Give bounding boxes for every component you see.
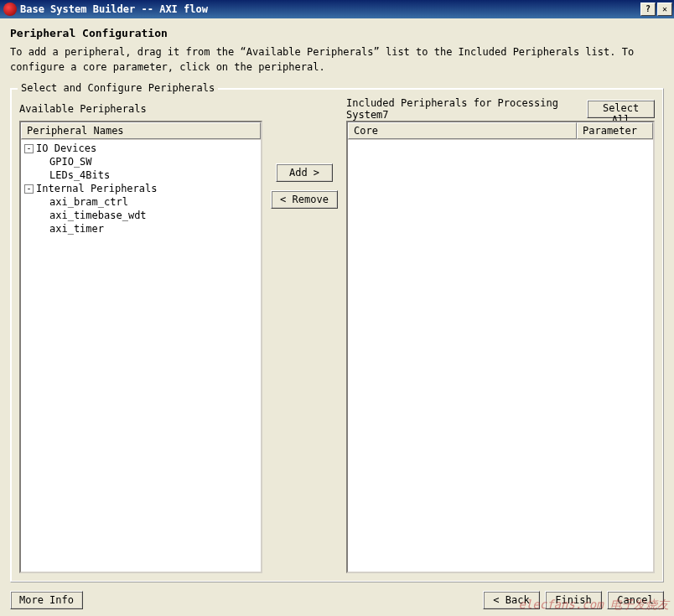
tree-item-gpio-sw[interactable]: GPIO_SW — [24, 155, 257, 168]
tree-label: GPIO_SW — [49, 156, 92, 168]
titlebar-buttons: ? ✕ — [640, 3, 672, 16]
tree-label: axi_timebase_wdt — [49, 210, 147, 221]
add-button[interactable]: Add > — [276, 163, 333, 182]
available-column: Available Peripherals Peripheral Names -… — [19, 101, 262, 573]
available-column-header[interactable]: Peripheral Names — [21, 122, 261, 139]
page-title: Peripheral Configuration — [10, 27, 664, 39]
content-area: Peripheral Configuration To add a periph… — [0, 18, 674, 616]
remove-button[interactable]: < Remove — [271, 190, 338, 209]
close-button[interactable]: ✕ — [657, 3, 672, 16]
tree-label: axi_bram_ctrl — [49, 196, 128, 208]
parameter-column-header[interactable]: Parameter — [577, 122, 653, 139]
wizard-footer: More Info < Back Finish Cancel — [10, 582, 664, 609]
titlebar: Base System Builder -- AXI flow ? ✕ — [0, 0, 674, 18]
app-icon — [3, 3, 17, 16]
tree-label: IO Devices — [36, 142, 96, 154]
tree-item-axi-timebase-wdt[interactable]: axi_timebase_wdt — [24, 209, 257, 222]
available-listbox[interactable]: Peripheral Names - IO Devices GPIO_SW — [19, 121, 262, 573]
window-title: Base System Builder -- AXI flow — [20, 3, 640, 15]
finish-button[interactable]: Finish — [545, 591, 602, 609]
cancel-button[interactable]: Cancel — [607, 591, 664, 609]
tree-label: axi_timer — [49, 223, 104, 235]
more-info-button[interactable]: More Info — [10, 591, 83, 609]
tree-item-axi-bram-ctrl[interactable]: axi_bram_ctrl — [24, 195, 257, 209]
back-button[interactable]: < Back — [483, 591, 540, 609]
tree-item-leds-4bits[interactable]: LEDs_4Bits — [24, 168, 257, 182]
included-listbox[interactable]: Core Parameter — [346, 121, 655, 573]
collapse-icon[interactable]: - — [24, 144, 34, 153]
help-button[interactable]: ? — [640, 3, 656, 16]
tree-node-internal-peripherals[interactable]: - Internal Peripherals — [24, 182, 257, 195]
page-description: To add a peripheral, drag it from the “A… — [10, 44, 664, 75]
available-label: Available Peripherals — [19, 101, 262, 117]
select-all-button[interactable]: Select All — [587, 100, 655, 118]
middle-buttons: Add > < Remove — [262, 101, 346, 573]
tree-label: LEDs_4Bits — [49, 169, 110, 181]
footer-right: < Back Finish Cancel — [483, 591, 664, 609]
included-column: Included Peripherals for Processing Syst… — [346, 101, 655, 573]
available-tree: - IO Devices GPIO_SW LEDs_4Bits - — [21, 140, 261, 237]
tree-node-io-devices[interactable]: - IO Devices — [24, 142, 257, 155]
included-label: Included Peripherals for Processing Syst… — [346, 97, 587, 121]
core-column-header[interactable]: Core — [348, 122, 577, 139]
tree-label: Internal Peripherals — [36, 183, 158, 194]
collapse-icon[interactable]: - — [24, 184, 34, 194]
tree-item-axi-timer[interactable]: axi_timer — [24, 222, 257, 236]
peripherals-fieldset: Select and Configure Peripherals Availab… — [10, 88, 664, 582]
included-list-header: Core Parameter — [348, 122, 653, 140]
columns: Available Peripherals Peripheral Names -… — [19, 101, 655, 573]
included-header-row: Included Peripherals for Processing Syst… — [346, 101, 655, 117]
available-list-header: Peripheral Names — [21, 122, 261, 140]
fieldset-legend: Select and Configure Peripherals — [18, 82, 218, 94]
